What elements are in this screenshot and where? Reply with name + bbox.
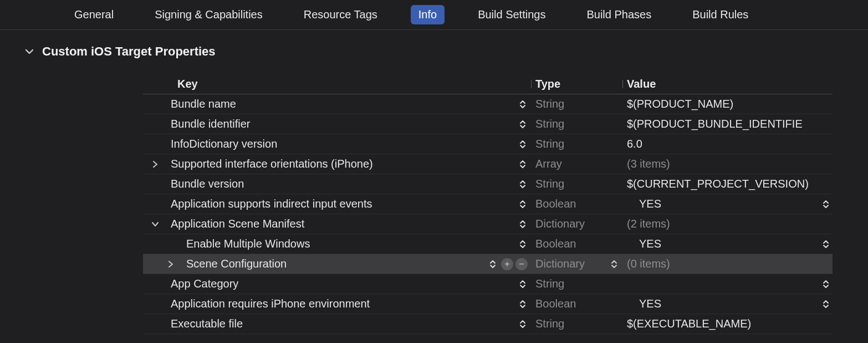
tab-resource-tags[interactable]: Resource Tags [296,5,385,24]
table-row[interactable]: Executable file+−String$(EXECUTABLE_NAME… [143,314,833,334]
type-text: Boolean [535,297,622,310]
value-cell[interactable]: $(CURRENT_PROJECT_VERSION) [622,174,833,194]
value-text: $(EXECUTABLE_NAME) [627,317,833,330]
remove-row-button[interactable]: − [515,258,528,270]
type-text: Boolean [535,198,622,210]
key-cell[interactable]: Bundle version+− [143,174,531,194]
column-header-type[interactable]: Type [531,78,622,90]
type-cell[interactable]: Boolean [531,194,622,214]
table-row[interactable]: Enable Multiple Windows+−BooleanYES [143,234,833,254]
tab-build-rules[interactable]: Build Rules [685,5,756,24]
chevron-right-icon[interactable] [150,159,161,170]
table-row[interactable]: Bundle version+−String$(CURRENT_PROJECT_… [143,174,833,194]
key-cell[interactable]: Enable Multiple Windows+− [143,234,531,254]
key-cell[interactable]: Supported interface orientations (iPhone… [143,154,531,174]
row-action-buttons: +− [501,258,528,270]
value-text: $(CURRENT_PROJECT_VERSION) [627,178,833,190]
key-text: InfoDictionary version [171,138,518,150]
value-popup-stepper-icon[interactable] [821,280,831,289]
key-cell[interactable]: Scene Configuration+− [143,254,531,274]
key-popup-stepper-icon[interactable] [488,260,498,269]
key-popup-stepper-icon[interactable] [518,100,528,109]
type-cell[interactable]: String [531,94,622,114]
table-row[interactable]: InfoDictionary version+−String6.0 [143,134,833,154]
table-row[interactable]: Supported interface orientations (iPhone… [143,154,833,174]
value-cell[interactable]: YES [622,194,833,214]
table-row[interactable]: Bundle name+−String$(PRODUCT_NAME) [143,94,833,114]
value-text: 6.0 [627,138,833,150]
type-cell[interactable]: Dictionary [531,214,622,234]
chevron-down-icon [24,47,34,57]
key-cell[interactable]: Application supports indirect input even… [143,194,531,214]
key-popup-stepper-icon[interactable] [518,280,528,289]
key-cell[interactable]: Application requires iPhone environment+… [143,294,531,314]
value-cell[interactable]: (0 items) [622,254,833,274]
value-popup-stepper-icon[interactable] [821,240,831,249]
key-popup-stepper-icon[interactable] [518,160,528,169]
key-popup-stepper-icon[interactable] [518,240,528,249]
type-text: String [535,98,622,110]
key-cell[interactable]: Bundle name+− [143,94,531,114]
type-cell[interactable]: Dictionary [531,254,622,274]
column-header-key[interactable]: Key [143,78,531,90]
type-text: String [535,118,622,130]
value-cell[interactable]: YES [622,294,833,314]
key-text: Application supports indirect input even… [171,198,518,210]
key-cell[interactable]: InfoDictionary version+− [143,134,531,154]
tab-general[interactable]: General [67,5,121,24]
tab-build-settings[interactable]: Build Settings [470,5,553,24]
table-row[interactable]: Bundle identifier+−String$(PRODUCT_BUNDL… [143,114,833,134]
type-cell[interactable]: Boolean [531,294,622,314]
type-cell[interactable]: Boolean [531,234,622,254]
key-cell[interactable]: Executable file+− [143,314,531,334]
tab-build-phases[interactable]: Build Phases [579,5,659,24]
key-cell[interactable]: Application Scene Manifest+− [143,214,531,234]
value-text: (0 items) [627,258,833,270]
plist-table: Key Type Value Bundle name+−String$(PROD… [143,74,833,334]
target-editor-tabbar: General Signing & Capabilities Resource … [0,0,868,30]
key-popup-stepper-icon[interactable] [518,180,528,189]
key-text: Supported interface orientations (iPhone… [171,158,518,170]
key-cell[interactable]: Bundle identifier+− [143,114,531,134]
key-popup-stepper-icon[interactable] [518,140,528,149]
value-cell[interactable]: $(PRODUCT_NAME) [622,94,833,114]
table-row[interactable]: App Category+−String [143,274,833,294]
value-cell[interactable]: YES [622,234,833,254]
value-cell[interactable] [622,274,833,294]
type-cell[interactable]: String [531,174,622,194]
value-text: YES [627,198,821,210]
type-cell[interactable]: String [531,274,622,294]
section-custom-ios-target-properties[interactable]: Custom iOS Target Properties [0,30,868,59]
type-text: String [535,178,622,190]
add-row-button[interactable]: + [501,258,513,270]
type-cell[interactable]: String [531,114,622,134]
key-cell[interactable]: App Category+− [143,274,531,294]
chevron-down-icon[interactable] [150,219,161,230]
value-cell[interactable]: (3 items) [622,154,833,174]
type-popup-stepper-icon[interactable] [609,260,619,269]
table-row[interactable]: Scene Configuration+−Dictionary(0 items) [143,254,833,274]
type-text: String [535,138,622,150]
value-cell[interactable]: 6.0 [622,134,833,154]
key-popup-stepper-icon[interactable] [518,220,528,229]
table-row[interactable]: Application Scene Manifest+−Dictionary(2… [143,214,833,234]
key-popup-stepper-icon[interactable] [518,200,528,209]
value-popup-stepper-icon[interactable] [821,300,831,309]
type-cell[interactable]: String [531,134,622,154]
key-text: App Category [171,278,518,290]
key-popup-stepper-icon[interactable] [518,300,528,309]
type-cell[interactable]: String [531,314,622,334]
value-popup-stepper-icon[interactable] [821,200,831,209]
value-cell[interactable]: $(PRODUCT_BUNDLE_IDENTIFIE [622,114,833,134]
table-row[interactable]: Application requires iPhone environment+… [143,294,833,314]
column-header-value[interactable]: Value [622,78,833,90]
type-cell[interactable]: Array [531,154,622,174]
key-popup-stepper-icon[interactable] [518,320,528,329]
key-popup-stepper-icon[interactable] [518,120,528,129]
table-row[interactable]: Application supports indirect input even… [143,194,833,214]
tab-info[interactable]: Info [411,5,445,24]
value-cell[interactable]: $(EXECUTABLE_NAME) [622,314,833,334]
tab-signing-capabilities[interactable]: Signing & Capabilities [147,5,270,24]
chevron-right-icon[interactable] [165,259,176,270]
value-cell[interactable]: (2 items) [622,214,833,234]
